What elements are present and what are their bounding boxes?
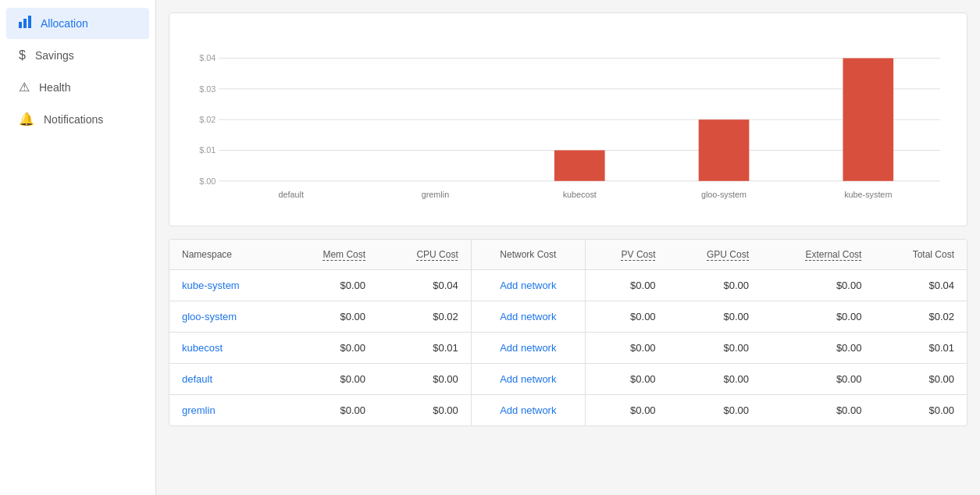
cell-total_cost: $0.00 bbox=[874, 395, 967, 426]
svg-rect-19 bbox=[843, 59, 893, 181]
namespace-link[interactable]: default bbox=[182, 373, 212, 385]
svg-text:gloo-system: gloo-system bbox=[701, 190, 747, 199]
cell-external_cost: $0.00 bbox=[761, 395, 874, 426]
add-network-link[interactable]: Add network bbox=[500, 373, 556, 385]
cell-network_cost[interactable]: Add network bbox=[471, 270, 585, 301]
cell-gpu_cost: $0.00 bbox=[668, 333, 761, 364]
col-header-network_cost: Network Cost bbox=[471, 240, 585, 270]
chart-panel: $.04$.03$.02$.01$.00defaultgremlinkubeco… bbox=[169, 12, 968, 226]
svg-text:$.04: $.04 bbox=[199, 53, 216, 62]
svg-rect-15 bbox=[554, 150, 605, 180]
table-header: NamespaceMem CostCPU CostNetwork CostPV … bbox=[169, 240, 967, 270]
cell-cpu_cost: $0.00 bbox=[378, 395, 471, 426]
table-row: kubecost$0.00$0.01Add network$0.00$0.00$… bbox=[169, 333, 967, 364]
svg-rect-17 bbox=[699, 119, 750, 181]
cell-gpu_cost: $0.00 bbox=[668, 364, 761, 395]
col-header-external_cost: External Cost bbox=[761, 240, 874, 270]
col-label-total_cost: Total Cost bbox=[913, 249, 954, 260]
table-row: gloo-system$0.00$0.02Add network$0.00$0.… bbox=[169, 301, 967, 333]
cell-gpu_cost: $0.00 bbox=[668, 301, 761, 333]
cell-external_cost: $0.00 bbox=[761, 333, 874, 364]
sidebar-item-health[interactable]: ⚠Health bbox=[6, 72, 149, 102]
cell-network_cost[interactable]: Add network bbox=[471, 364, 585, 395]
cell-total_cost: $0.01 bbox=[874, 333, 967, 364]
svg-text:gremlin: gremlin bbox=[422, 190, 449, 199]
col-header-mem_cost: Mem Cost bbox=[284, 240, 378, 270]
col-label-pv_cost: PV Cost bbox=[622, 249, 656, 260]
sidebar-item-savings[interactable]: $Savings bbox=[6, 41, 149, 70]
cell-mem_cost: $0.00 bbox=[284, 364, 378, 395]
cell-namespace[interactable]: kube-system bbox=[169, 270, 284, 301]
namespace-link[interactable]: kube-system bbox=[182, 280, 240, 291]
cell-cpu_cost: $0.04 bbox=[378, 270, 471, 301]
col-label-network_cost: Network Cost bbox=[500, 249, 556, 260]
cell-pv_cost: $0.00 bbox=[585, 364, 668, 395]
main-content: $.04$.03$.02$.01$.00defaultgremlinkubeco… bbox=[156, 0, 980, 495]
cell-external_cost: $0.00 bbox=[761, 270, 874, 301]
svg-text:default: default bbox=[278, 190, 303, 199]
cell-network_cost[interactable]: Add network bbox=[471, 333, 585, 364]
cell-pv_cost: $0.00 bbox=[585, 395, 668, 426]
cell-namespace[interactable]: gremlin bbox=[169, 395, 284, 426]
cell-mem_cost: $0.00 bbox=[284, 270, 378, 301]
svg-rect-0 bbox=[19, 22, 22, 28]
sidebar-item-notifications[interactable]: 🔔Notifications bbox=[6, 104, 149, 134]
table-row: default$0.00$0.00Add network$0.00$0.00$0… bbox=[169, 364, 967, 395]
cell-pv_cost: $0.00 bbox=[585, 333, 668, 364]
svg-text:kube-system: kube-system bbox=[844, 190, 892, 199]
namespace-link[interactable]: kubecost bbox=[182, 342, 223, 354]
bar-chart: $.04$.03$.02$.01$.00defaultgremlinkubeco… bbox=[188, 41, 948, 213]
sidebar-item-label: Health bbox=[39, 81, 70, 94]
col-header-gpu_cost: GPU Cost bbox=[668, 240, 761, 270]
sidebar-item-allocation[interactable]: Allocation bbox=[6, 8, 149, 39]
bell-icon: 🔔 bbox=[19, 112, 34, 126]
namespace-link[interactable]: gremlin bbox=[182, 404, 216, 416]
sidebar: Allocation$Savings⚠Health🔔Notifications bbox=[0, 0, 156, 495]
cell-external_cost: $0.00 bbox=[761, 364, 874, 395]
col-label-cpu_cost: CPU Cost bbox=[416, 249, 458, 260]
cell-total_cost: $0.02 bbox=[874, 301, 967, 333]
svg-rect-2 bbox=[28, 16, 31, 28]
cell-cpu_cost: $0.02 bbox=[378, 301, 471, 333]
cell-external_cost: $0.00 bbox=[761, 301, 874, 333]
sidebar-item-label: Allocation bbox=[41, 17, 88, 30]
add-network-link[interactable]: Add network bbox=[500, 342, 556, 354]
cell-total_cost: $0.04 bbox=[874, 270, 967, 301]
col-header-pv_cost: PV Cost bbox=[585, 240, 668, 270]
col-label-external_cost: External Cost bbox=[805, 249, 861, 260]
svg-text:$.00: $.00 bbox=[199, 176, 216, 186]
namespace-link[interactable]: gloo-system bbox=[182, 311, 237, 322]
col-header-total_cost: Total Cost bbox=[874, 240, 967, 270]
add-network-link[interactable]: Add network bbox=[500, 311, 556, 322]
col-header-namespace: Namespace bbox=[169, 240, 284, 270]
table-row: kube-system$0.00$0.04Add network$0.00$0.… bbox=[169, 270, 967, 301]
chart-svg: $.04$.03$.02$.01$.00defaultgremlinkubeco… bbox=[188, 41, 948, 213]
allocation-table: NamespaceMem CostCPU CostNetwork CostPV … bbox=[169, 240, 967, 426]
col-header-cpu_cost: CPU Cost bbox=[378, 240, 471, 270]
cell-network_cost[interactable]: Add network bbox=[471, 395, 585, 426]
cell-cpu_cost: $0.01 bbox=[378, 333, 471, 364]
cell-gpu_cost: $0.00 bbox=[668, 270, 761, 301]
col-label-gpu_cost: GPU Cost bbox=[707, 249, 749, 260]
cell-mem_cost: $0.00 bbox=[284, 333, 378, 364]
add-network-link[interactable]: Add network bbox=[500, 404, 556, 416]
svg-text:$.01: $.01 bbox=[199, 145, 216, 155]
cell-namespace[interactable]: default bbox=[169, 364, 284, 395]
cell-network_cost[interactable]: Add network bbox=[471, 301, 585, 333]
table-panel: NamespaceMem CostCPU CostNetwork CostPV … bbox=[169, 239, 968, 426]
cell-namespace[interactable]: gloo-system bbox=[169, 301, 284, 333]
add-network-link[interactable]: Add network bbox=[500, 280, 556, 291]
cell-namespace[interactable]: kubecost bbox=[169, 333, 284, 364]
svg-text:kubecost: kubecost bbox=[563, 190, 597, 199]
cell-gpu_cost: $0.00 bbox=[668, 395, 761, 426]
svg-text:$.02: $.02 bbox=[199, 115, 216, 124]
sidebar-item-label: Notifications bbox=[44, 113, 103, 126]
table-row: gremlin$0.00$0.00Add network$0.00$0.00$0… bbox=[169, 395, 967, 426]
cell-total_cost: $0.00 bbox=[874, 364, 967, 395]
cell-mem_cost: $0.00 bbox=[284, 395, 378, 426]
cell-pv_cost: $0.00 bbox=[585, 270, 668, 301]
warning-icon: ⚠ bbox=[19, 80, 30, 94]
dollar-icon: $ bbox=[19, 48, 26, 62]
col-label-namespace: Namespace bbox=[182, 249, 232, 260]
cell-mem_cost: $0.00 bbox=[284, 301, 378, 333]
